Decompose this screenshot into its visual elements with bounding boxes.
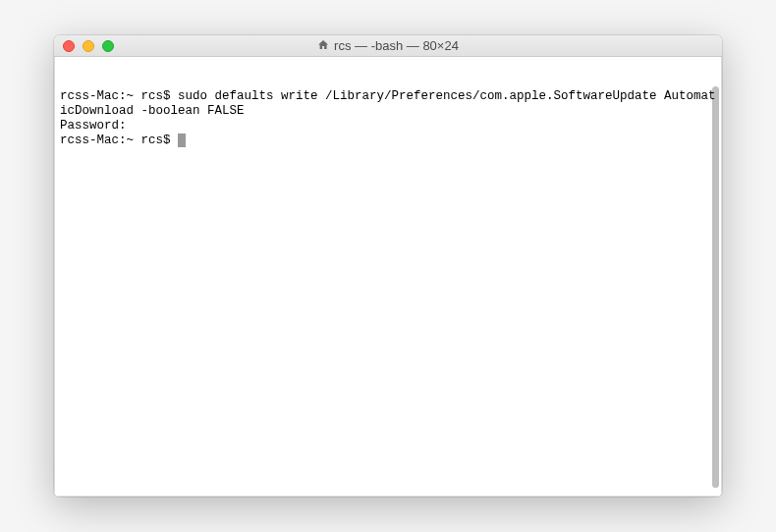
scrollbar-track[interactable] — [712, 86, 719, 488]
close-button[interactable] — [63, 40, 75, 52]
cursor-icon — [178, 133, 186, 147]
terminal-line: rcss-Mac:~ rcs$ sudo defaults write /Lib… — [60, 89, 716, 119]
window-title: rcs — -bash — 80×24 — [317, 38, 459, 53]
title-bar[interactable]: rcs — -bash — 80×24 — [54, 35, 722, 57]
terminal-window: rcs — -bash — 80×24 rcss-Mac:~ rcs$ sudo… — [54, 35, 722, 497]
terminal-line: rcss-Mac:~ rcs$ — [60, 133, 716, 148]
window-title-text: rcs — -bash — 80×24 — [334, 38, 459, 53]
maximize-button[interactable] — [102, 40, 114, 52]
home-icon — [317, 39, 329, 53]
traffic-lights — [54, 40, 114, 52]
terminal-content: rcss-Mac:~ rcs$ sudo defaults write /Lib… — [60, 89, 716, 148]
terminal-text: rcss-Mac:~ rcs$ — [60, 133, 178, 147]
terminal-text: rcss-Mac:~ rcs$ sudo defaults write /Lib… — [60, 89, 716, 118]
scrollbar-thumb[interactable] — [712, 86, 719, 488]
minimize-button[interactable] — [83, 40, 94, 52]
terminal-line: Password: — [60, 119, 716, 133]
terminal-body[interactable]: rcss-Mac:~ rcs$ sudo defaults write /Lib… — [54, 57, 722, 497]
terminal-text: Password: — [60, 119, 127, 133]
